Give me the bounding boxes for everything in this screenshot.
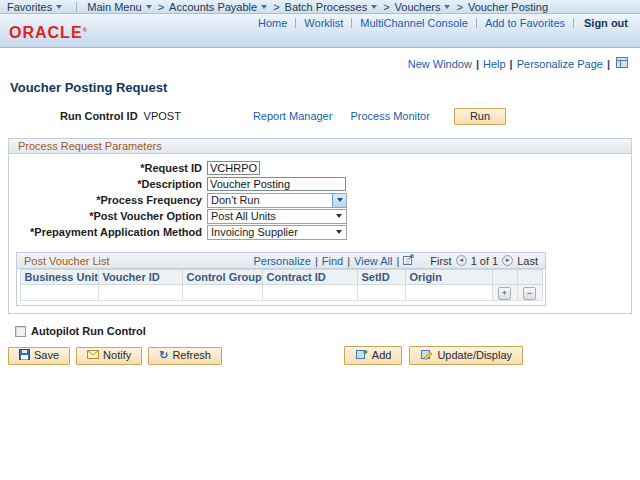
column-header-setid: SetID [357, 270, 405, 285]
previous-page-icon[interactable]: ◄ [456, 255, 467, 266]
description-field[interactable] [207, 177, 346, 191]
help-link[interactable]: Help [483, 58, 506, 70]
voucher-id-cell[interactable] [98, 285, 182, 301]
breadcrumb-separator: > [383, 1, 389, 13]
field-row: *Request ID [9, 160, 631, 176]
chevron-down-icon [261, 5, 267, 9]
find-link[interactable]: Find [322, 255, 343, 267]
breadcrumb-item-vouchers[interactable]: Vouchers [395, 1, 451, 13]
page-title: Voucher Posting Request [10, 80, 640, 95]
toolbar-right: Add Update/Display [344, 346, 523, 365]
post-voucher-list-grid: Post Voucher List Personalize | Find | V… [16, 252, 546, 306]
group-box-header: Process Request Parameters [9, 139, 631, 154]
next-page-icon[interactable]: ► [502, 255, 513, 266]
contract-id-cell[interactable] [262, 285, 357, 301]
grid-header-row: Business Unit Voucher ID Control Group I… [20, 270, 542, 285]
personalize-page-link[interactable]: Personalize Page [517, 58, 603, 70]
divider: | [607, 58, 610, 70]
update-display-label: Update/Display [437, 349, 512, 361]
group-box-title: Process Request Parameters [18, 140, 162, 152]
notify-envelope-icon [87, 349, 99, 361]
field-row: *Description [9, 176, 631, 192]
run-control-id-value: VPOST [144, 110, 181, 122]
notify-label: Notify [103, 349, 131, 361]
column-header-actions [492, 270, 517, 285]
breadcrumb-item-accounts-payable[interactable]: Accounts Payable [169, 1, 267, 13]
add-button[interactable]: Add [344, 346, 403, 365]
breadcrumb-item-voucher-posting[interactable]: Voucher Posting [468, 1, 548, 13]
breadcrumb-label: Batch Processes [285, 1, 368, 13]
worklist-link[interactable]: Worklist [304, 17, 343, 29]
origin-cell[interactable] [405, 285, 492, 301]
notify-button[interactable]: Notify [76, 347, 142, 365]
add-row-button[interactable]: + [498, 287, 511, 300]
divider: | [510, 58, 513, 70]
favorites-label: Favorites [7, 1, 52, 13]
personalize-link[interactable]: Personalize [253, 255, 310, 267]
column-header-business-unit: Business Unit [20, 270, 98, 285]
save-icon [19, 349, 30, 362]
column-header-contract-id: Contract ID [262, 270, 357, 285]
divider: | [396, 255, 399, 267]
post-voucher-option-value: Post All Units [208, 210, 336, 222]
autopilot-checkbox[interactable] [15, 326, 26, 337]
refresh-button[interactable]: ↻ Refresh [148, 347, 222, 365]
new-window-link[interactable]: New Window [408, 58, 472, 70]
prepayment-application-method-select[interactable]: Invoicing Supplier [207, 225, 347, 240]
update-display-button[interactable]: Update/Display [409, 346, 523, 365]
add-to-favorites-link[interactable]: Add to Favorites [485, 17, 565, 29]
business-unit-cell[interactable] [20, 285, 98, 301]
process-monitor-link[interactable]: Process Monitor [350, 110, 429, 122]
grid-header-bar: Post Voucher List Personalize | Find | V… [17, 253, 545, 269]
divider: | [315, 255, 318, 267]
favorites-menu[interactable]: Favorites [7, 1, 62, 13]
run-button[interactable]: Run [454, 108, 506, 125]
chevron-down-icon [337, 198, 343, 202]
process-frequency-select[interactable]: Don't Run [207, 193, 347, 208]
page-toolbar: Save Notify ↻ Refresh Add Update/Display [8, 346, 632, 365]
breadcrumb-label: Accounts Payable [169, 1, 257, 13]
refresh-label: Refresh [172, 349, 211, 361]
column-header-actions [517, 270, 542, 285]
sign-out-link[interactable]: Sign out [584, 17, 628, 29]
breadcrumb-item-batch-processes[interactable]: Batch Processes [285, 1, 378, 13]
field-row: *Post Voucher Option Post All Units [9, 208, 631, 224]
breadcrumb: Favorites Main Menu > Accounts Payable >… [0, 0, 640, 14]
update-display-pencil-icon [420, 348, 433, 362]
post-voucher-option-select[interactable]: Post All Units [207, 209, 347, 224]
view-all-link[interactable]: View All [354, 255, 392, 267]
prepayment-application-method-label: *Prepayment Application Method [9, 226, 207, 238]
divider [573, 18, 574, 28]
report-manager-link[interactable]: Report Manager [253, 110, 333, 122]
breadcrumb-separator: > [158, 1, 164, 13]
brand-bar: ORACLE® Home Worklist MultiChannel Conso… [0, 14, 640, 48]
parameter-fields: *Request ID *Description *Process Freque… [9, 160, 631, 240]
breadcrumb-label: Vouchers [395, 1, 441, 13]
chevron-down-icon [336, 230, 342, 234]
save-button[interactable]: Save [8, 347, 70, 365]
table-row: + − [20, 285, 542, 301]
home-link[interactable]: Home [258, 17, 287, 29]
delete-row-button[interactable]: − [523, 287, 536, 300]
grid-links: Personalize | Find | View All | [253, 254, 414, 267]
row-actions-cell: − [517, 285, 542, 301]
multichannel-console-link[interactable]: MultiChannel Console [360, 17, 468, 29]
main-menu[interactable]: Main Menu [87, 1, 151, 13]
description-label: *Description [9, 178, 207, 190]
pager-last-label: Last [517, 255, 538, 267]
request-id-field[interactable] [207, 161, 260, 175]
divider [476, 18, 477, 28]
chevron-down-icon [56, 5, 62, 9]
main-menu-label: Main Menu [87, 1, 141, 13]
export-grid-icon[interactable] [403, 254, 414, 267]
breadcrumb-separator: > [456, 1, 462, 13]
dropdown-button[interactable] [332, 194, 346, 207]
breadcrumb-label: Voucher Posting [468, 1, 548, 13]
grid-table: Business Unit Voucher ID Control Group I… [20, 269, 543, 301]
setid-cell[interactable] [357, 285, 405, 301]
chevron-down-icon [371, 5, 377, 9]
run-control-id-label: Run Control ID [60, 110, 138, 122]
control-group-id-cell[interactable] [182, 285, 262, 301]
autopilot-label: Autopilot Run Control [31, 325, 146, 337]
personalize-page-icon[interactable] [616, 57, 628, 70]
